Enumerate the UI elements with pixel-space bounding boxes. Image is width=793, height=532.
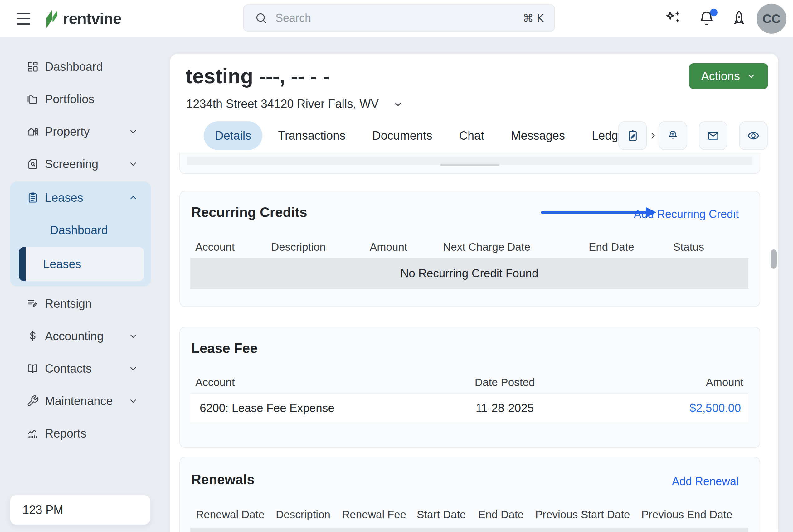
rentsign-signature-icon [26, 297, 39, 310]
lease-quick-actions [618, 121, 768, 150]
address-text: 1234th Street 34120 River Falls, WV [186, 97, 379, 111]
address-selector[interactable]: 1234th Street 34120 River Falls, WV [186, 97, 404, 111]
dashboard-grid-icon [26, 60, 39, 73]
column-header: Renewal Fee [342, 508, 406, 521]
table-row[interactable]: 6200: Lease Fee Expense 11-28-2025 $2,50… [190, 394, 749, 422]
property-home-icon [26, 125, 39, 138]
chevron-down-icon [128, 159, 138, 169]
empty-state-text: No Recurring Credit Found [400, 267, 538, 280]
global-search[interactable]: ⌘ K [243, 4, 555, 32]
column-header: Description [276, 508, 331, 521]
sidebar-item-leases[interactable]: Leases [10, 182, 151, 214]
row-divider-dash [440, 164, 499, 166]
date-posted-cell: 11-28-2025 [476, 394, 534, 422]
column-header: Date Posted [475, 376, 535, 388]
chevron-down-icon [393, 98, 404, 110]
brand-logo[interactable]: rentvine [42, 6, 121, 31]
app-page: rentvine ⌘ K [0, 0, 793, 532]
chevron-down-icon [128, 331, 138, 341]
sidebar-item-reports[interactable]: Reports [0, 417, 162, 450]
account-cell: 6200: Lease Fee Expense [200, 394, 335, 422]
contacts-book-icon [26, 362, 39, 375]
sidebar-item-portfolios[interactable]: Portfolios [0, 83, 162, 115]
tab-documents[interactable]: Documents [361, 121, 443, 150]
tab-messages[interactable]: Messages [500, 121, 576, 150]
sidebar-label: Reports [45, 427, 87, 440]
hamburger-menu-icon[interactable] [17, 13, 30, 25]
avatar-initials: CC [762, 12, 780, 26]
active-indicator-bar [19, 247, 25, 281]
notification-dot [710, 9, 718, 16]
chevron-down-icon [128, 363, 138, 374]
folder-icon [26, 93, 39, 106]
tab-details[interactable]: Details [204, 121, 262, 150]
user-avatar[interactable]: CC [756, 4, 787, 34]
sidebar-label: Dashboard [50, 224, 108, 237]
add-recurring-credit-link[interactable]: Add Recurring Credit [634, 208, 739, 221]
brand-name: rentvine [63, 10, 121, 28]
lease-title: testing ---, -- - - [186, 64, 330, 88]
rocket-icon[interactable] [729, 8, 749, 29]
sidebar-group-leases: Leases Dashboard Leases [10, 182, 151, 286]
ai-sparkles-icon[interactable] [664, 8, 684, 29]
scrollbar-thumb[interactable] [771, 249, 777, 269]
sidebar-label: Maintenance [45, 395, 113, 408]
section-title: Renewals [191, 472, 254, 488]
clock-time: 123 PM [22, 503, 63, 517]
sidebar-item-accounting[interactable]: Accounting [0, 320, 162, 353]
column-header: Next Charge Date [443, 241, 530, 253]
column-header: End Date [478, 508, 524, 521]
sidebar-item-dashboard[interactable]: Dashboard [0, 51, 162, 83]
edit-note-button[interactable] [618, 121, 647, 150]
sidebar-item-maintenance[interactable]: Maintenance [0, 385, 162, 417]
tab-chat[interactable]: Chat [448, 121, 495, 150]
main-content-card: testing ---, -- - - 1234th Street 34120 … [170, 54, 778, 532]
lease-tabs: Details Transactions Documents Chat Mess… [204, 121, 662, 150]
add-reminder-bell-button[interactable] [659, 121, 687, 150]
search-shortcut: ⌘ K [523, 12, 544, 24]
column-header: Amount [370, 241, 408, 253]
column-header: Account [195, 376, 234, 388]
tab-label: Messages [511, 129, 565, 142]
column-header: Previous Start Date [535, 508, 630, 521]
section-title: Recurring Credits [191, 205, 307, 220]
actions-button[interactable]: Actions [689, 63, 768, 89]
email-button[interactable] [699, 121, 728, 150]
sidebar-label: Property [45, 125, 90, 138]
tab-transactions[interactable]: Transactions [267, 121, 357, 150]
section-title: Lease Fee [191, 341, 258, 356]
column-header: Start Date [417, 508, 466, 521]
sidebar-subitem-leases-leases[interactable]: Leases [19, 247, 144, 281]
lease-details-scroll-area: Recurring Credits Add Recurring Credit A… [170, 153, 778, 532]
watch-eye-button[interactable] [739, 121, 768, 150]
sidebar-item-contacts[interactable]: Contacts [0, 353, 162, 385]
add-renewal-link[interactable]: Add Renewal [672, 475, 739, 488]
chevron-down-icon [746, 71, 756, 81]
chevron-up-icon [128, 192, 138, 203]
sidebar-label: Rentsign [45, 297, 92, 310]
amount-cell[interactable]: $2,500.00 [690, 394, 741, 422]
column-header: Account [195, 241, 234, 253]
search-icon [254, 11, 268, 25]
sidebar-label: Contacts [45, 362, 92, 376]
sidebar-item-screening[interactable]: Screening [0, 148, 162, 180]
search-input[interactable] [276, 12, 515, 25]
sidebar-item-property[interactable]: Property [0, 115, 162, 148]
topbar: rentvine ⌘ K [0, 0, 793, 37]
empty-state-row: No Recurring Credit Found [190, 258, 749, 289]
sidebar-subitem-leases-dashboard[interactable]: Dashboard [10, 214, 151, 246]
notifications-bell-icon[interactable] [696, 8, 717, 29]
tab-label: Chat [459, 129, 484, 142]
renewals-card: Renewals Add Renewal Renewal Date Descri… [180, 457, 760, 532]
sidebar-label: Leases [45, 191, 83, 205]
lease-fee-card: Lease Fee Account Date Posted Amount 620… [180, 327, 760, 448]
chevron-down-icon [128, 396, 138, 406]
sidebar-label: Screening [45, 157, 98, 171]
column-header: Renewal Date [196, 508, 265, 521]
sidebar-item-rentsign[interactable]: Rentsign [0, 287, 162, 320]
column-header: Previous End Date [641, 508, 733, 521]
screening-doc-search-icon [26, 157, 39, 171]
column-header: Status [673, 241, 704, 253]
sidebar-label: Dashboard [45, 60, 103, 74]
column-header: Description [271, 241, 326, 253]
